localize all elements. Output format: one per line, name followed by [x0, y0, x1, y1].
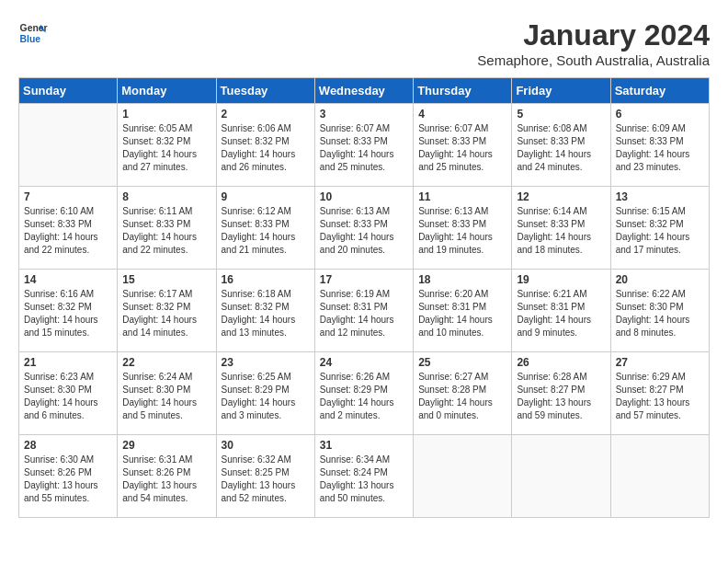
day-header-saturday: Saturday: [610, 78, 709, 104]
day-header-tuesday: Tuesday: [216, 78, 314, 104]
calendar-cell: 3Sunrise: 6:07 AM Sunset: 8:33 PM Daylig…: [314, 104, 413, 187]
day-number: 15: [122, 273, 210, 286]
calendar-cell: 11Sunrise: 6:13 AM Sunset: 8:33 PM Dayli…: [414, 187, 512, 270]
day-header-monday: Monday: [118, 78, 216, 104]
calendar-cell: 26Sunrise: 6:28 AM Sunset: 8:27 PM Dayli…: [512, 352, 610, 435]
day-content: Sunrise: 6:05 AM Sunset: 8:32 PM Dayligh…: [122, 122, 210, 174]
page-header: General Blue January 2024 Semaphore, Sou…: [18, 18, 710, 68]
day-number: 5: [517, 108, 605, 121]
day-content: Sunrise: 6:23 AM Sunset: 8:30 PM Dayligh…: [24, 371, 112, 422]
calendar-cell: 10Sunrise: 6:13 AM Sunset: 8:33 PM Dayli…: [314, 187, 413, 270]
day-header-sunday: Sunday: [19, 78, 118, 104]
day-number: 3: [320, 108, 408, 121]
day-content: Sunrise: 6:16 AM Sunset: 8:32 PM Dayligh…: [24, 288, 112, 339]
day-header-thursday: Thursday: [414, 78, 512, 104]
calendar-cell: [610, 435, 709, 518]
day-number: 23: [222, 356, 310, 369]
calendar-cell: 2Sunrise: 6:06 AM Sunset: 8:32 PM Daylig…: [216, 104, 314, 187]
calendar-cell: [512, 435, 610, 518]
day-number: 21: [24, 356, 112, 369]
day-number: 2: [222, 108, 310, 121]
calendar-cell: [414, 435, 512, 518]
calendar-cell: 23Sunrise: 6:25 AM Sunset: 8:29 PM Dayli…: [216, 352, 314, 435]
calendar-cell: 27Sunrise: 6:29 AM Sunset: 8:27 PM Dayli…: [610, 352, 709, 435]
day-number: 6: [616, 108, 704, 121]
calendar-cell: 29Sunrise: 6:31 AM Sunset: 8:26 PM Dayli…: [118, 435, 216, 518]
calendar-cell: 4Sunrise: 6:07 AM Sunset: 8:33 PM Daylig…: [414, 104, 512, 187]
day-number: 12: [517, 190, 605, 203]
day-number: 10: [320, 190, 408, 203]
day-number: 7: [24, 190, 112, 203]
logo-icon: General Blue: [18, 18, 48, 48]
day-content: Sunrise: 6:18 AM Sunset: 8:32 PM Dayligh…: [222, 288, 310, 339]
day-number: 22: [122, 356, 210, 369]
day-content: Sunrise: 6:29 AM Sunset: 8:27 PM Dayligh…: [616, 371, 704, 422]
calendar-cell: 17Sunrise: 6:19 AM Sunset: 8:31 PM Dayli…: [314, 270, 413, 352]
calendar-cell: 24Sunrise: 6:26 AM Sunset: 8:29 PM Dayli…: [314, 352, 413, 435]
title-block: January 2024 Semaphore, South Australia,…: [477, 18, 710, 68]
calendar-cell: 12Sunrise: 6:14 AM Sunset: 8:33 PM Dayli…: [512, 187, 610, 270]
day-header-wednesday: Wednesday: [314, 78, 413, 104]
day-content: Sunrise: 6:13 AM Sunset: 8:33 PM Dayligh…: [320, 205, 408, 257]
day-content: Sunrise: 6:17 AM Sunset: 8:32 PM Dayligh…: [122, 288, 210, 339]
day-content: Sunrise: 6:13 AM Sunset: 8:33 PM Dayligh…: [418, 205, 506, 257]
day-number: 26: [517, 356, 605, 369]
day-content: Sunrise: 6:26 AM Sunset: 8:29 PM Dayligh…: [320, 371, 408, 422]
day-content: Sunrise: 6:32 AM Sunset: 8:25 PM Dayligh…: [222, 454, 310, 505]
calendar-cell: 25Sunrise: 6:27 AM Sunset: 8:28 PM Dayli…: [414, 352, 512, 435]
svg-text:Blue: Blue: [20, 34, 41, 44]
calendar-cell: 9Sunrise: 6:12 AM Sunset: 8:33 PM Daylig…: [216, 187, 314, 270]
day-number: 27: [616, 356, 704, 369]
day-number: 30: [222, 439, 310, 452]
day-number: 19: [517, 273, 605, 286]
day-content: Sunrise: 6:22 AM Sunset: 8:30 PM Dayligh…: [616, 288, 704, 339]
calendar-cell: [19, 104, 118, 187]
day-number: 14: [24, 273, 112, 286]
day-number: 28: [24, 439, 112, 452]
calendar-cell: 22Sunrise: 6:24 AM Sunset: 8:30 PM Dayli…: [118, 352, 216, 435]
day-content: Sunrise: 6:09 AM Sunset: 8:33 PM Dayligh…: [616, 122, 704, 174]
day-content: Sunrise: 6:21 AM Sunset: 8:31 PM Dayligh…: [517, 288, 605, 339]
day-content: Sunrise: 6:15 AM Sunset: 8:32 PM Dayligh…: [616, 205, 704, 257]
day-content: Sunrise: 6:06 AM Sunset: 8:32 PM Dayligh…: [222, 122, 310, 174]
day-content: Sunrise: 6:34 AM Sunset: 8:24 PM Dayligh…: [320, 454, 408, 505]
day-number: 16: [222, 273, 310, 286]
day-content: Sunrise: 6:12 AM Sunset: 8:33 PM Dayligh…: [222, 205, 310, 257]
month-year-title: January 2024: [477, 18, 710, 52]
calendar-cell: 7Sunrise: 6:10 AM Sunset: 8:33 PM Daylig…: [19, 187, 118, 270]
calendar-cell: 18Sunrise: 6:20 AM Sunset: 8:31 PM Dayli…: [414, 270, 512, 352]
calendar-cell: 6Sunrise: 6:09 AM Sunset: 8:33 PM Daylig…: [610, 104, 709, 187]
calendar-cell: 21Sunrise: 6:23 AM Sunset: 8:30 PM Dayli…: [19, 352, 118, 435]
calendar-cell: 1Sunrise: 6:05 AM Sunset: 8:32 PM Daylig…: [118, 104, 216, 187]
location-subtitle: Semaphore, South Australia, Australia: [477, 52, 710, 68]
calendar-cell: 28Sunrise: 6:30 AM Sunset: 8:26 PM Dayli…: [19, 435, 118, 518]
day-number: 17: [320, 273, 408, 286]
day-content: Sunrise: 6:11 AM Sunset: 8:33 PM Dayligh…: [122, 205, 210, 257]
day-content: Sunrise: 6:27 AM Sunset: 8:28 PM Dayligh…: [418, 371, 506, 422]
day-content: Sunrise: 6:31 AM Sunset: 8:26 PM Dayligh…: [122, 454, 210, 505]
calendar-cell: 8Sunrise: 6:11 AM Sunset: 8:33 PM Daylig…: [118, 187, 216, 270]
calendar-cell: 20Sunrise: 6:22 AM Sunset: 8:30 PM Dayli…: [610, 270, 709, 352]
day-content: Sunrise: 6:07 AM Sunset: 8:33 PM Dayligh…: [418, 122, 506, 174]
day-content: Sunrise: 6:14 AM Sunset: 8:33 PM Dayligh…: [517, 205, 605, 257]
calendar-cell: 13Sunrise: 6:15 AM Sunset: 8:32 PM Dayli…: [610, 187, 709, 270]
day-number: 29: [122, 439, 210, 452]
day-content: Sunrise: 6:24 AM Sunset: 8:30 PM Dayligh…: [122, 371, 210, 422]
day-number: 13: [616, 190, 704, 203]
calendar-cell: 14Sunrise: 6:16 AM Sunset: 8:32 PM Dayli…: [19, 270, 118, 352]
day-content: Sunrise: 6:25 AM Sunset: 8:29 PM Dayligh…: [222, 371, 310, 422]
day-number: 24: [320, 356, 408, 369]
calendar-cell: 31Sunrise: 6:34 AM Sunset: 8:24 PM Dayli…: [314, 435, 413, 518]
logo: General Blue: [18, 18, 48, 48]
day-content: Sunrise: 6:10 AM Sunset: 8:33 PM Dayligh…: [24, 205, 112, 257]
calendar-cell: 5Sunrise: 6:08 AM Sunset: 8:33 PM Daylig…: [512, 104, 610, 187]
day-number: 8: [122, 190, 210, 203]
day-header-friday: Friday: [512, 78, 610, 104]
calendar-cell: 19Sunrise: 6:21 AM Sunset: 8:31 PM Dayli…: [512, 270, 610, 352]
calendar-cell: 30Sunrise: 6:32 AM Sunset: 8:25 PM Dayli…: [216, 435, 314, 518]
day-content: Sunrise: 6:20 AM Sunset: 8:31 PM Dayligh…: [418, 288, 506, 339]
day-number: 20: [616, 273, 704, 286]
day-number: 9: [222, 190, 310, 203]
day-content: Sunrise: 6:08 AM Sunset: 8:33 PM Dayligh…: [517, 122, 605, 174]
day-number: 4: [418, 108, 506, 121]
